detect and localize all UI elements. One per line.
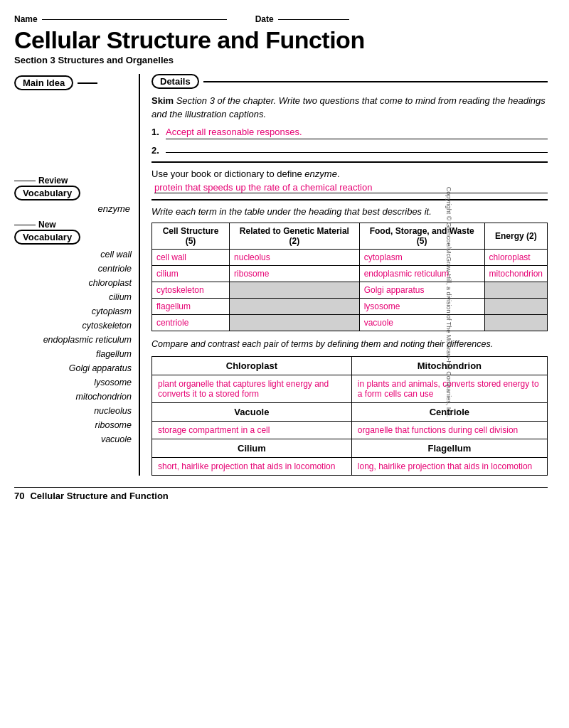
vocab-table: Cell Structure (5)Related to Genetic Mat…: [151, 223, 548, 331]
vocab-table-cell: nucleolus: [230, 249, 360, 265]
vocab-term-item: cilium: [14, 290, 132, 304]
vocab-table-cell: [230, 298, 360, 314]
details-area: Details: [151, 74, 548, 89]
vocab-table-cell: [230, 314, 360, 331]
main-idea-line: [78, 82, 97, 84]
vocab-term-item: lysosome: [14, 375, 132, 390]
review-bubble: Vocabulary: [14, 186, 139, 200]
review-vocab-bubble: Vocabulary: [14, 186, 80, 200]
vocab-table-cell: cilium: [152, 265, 230, 282]
vocab-table-cell: mitochondrion: [484, 265, 547, 282]
copyright: Copyright © Glencoe/McGraw-Hill, a divis…: [446, 187, 453, 418]
vocab-term-item: chloroplast: [14, 276, 132, 290]
date-label: Date: [255, 14, 274, 24]
details-line: [203, 81, 548, 82]
enzyme-definition: protein that speeds up the rate of a che…: [154, 182, 548, 193]
item1-num: 1.: [151, 127, 163, 137]
vocab-table-cell: cytoskeleton: [152, 282, 230, 298]
vocab-term-item: cytoskeleton: [14, 318, 132, 333]
date-field: Date: [255, 14, 349, 24]
review-instruction: Use your book or dictionary to define en…: [151, 168, 548, 179]
vocab-table-header: Related to Genetic Material (2): [230, 223, 360, 249]
vocab-table-cell: lysosome: [359, 298, 484, 314]
subtitle: Section 3 Structures and Organelles: [14, 55, 548, 65]
vocab-table-cell: [484, 298, 547, 314]
enzyme-row: protein that speeds up the rate of a che…: [151, 182, 548, 193]
vocab-table-header: Cell Structure (5): [152, 223, 230, 249]
vocab-table-cell: vacuole: [359, 314, 484, 331]
compare-def-cell: organelle that functions during cell div…: [351, 422, 547, 439]
review-vocab-area: Review Vocabulary: [14, 176, 139, 200]
vocab-table-cell: [484, 314, 547, 331]
vocab-table-cell: chloroplast: [484, 249, 547, 265]
compare-def-cell: short, hairlike projection that aids in …: [152, 458, 352, 476]
review-line-left: [14, 181, 36, 181]
vocab-table-cell: [230, 282, 360, 298]
compare-def-cell: plant organelle that captures light ener…: [152, 375, 352, 403]
details-label: Details: [151, 74, 199, 89]
item2-num: 2.: [151, 145, 163, 156]
skim-item-1: 1. Accept all reasonable responses.: [151, 127, 548, 139]
compare-term-header: Flagellum: [351, 439, 547, 458]
vocab-term-list: cell wallcentriolechloroplastciliumcytop…: [14, 247, 139, 446]
date-line: [278, 19, 349, 20]
new-line-left: [14, 225, 36, 225]
page-number: 70: [14, 491, 24, 501]
vocab-table-cell: cytoplasm: [359, 249, 484, 265]
compare-term-header: Chloroplast: [152, 357, 352, 375]
review-label-row: Review: [14, 176, 139, 186]
vocab-table-cell: endoplasmic reticulum: [359, 265, 484, 282]
compare-def-cell: storage compartment in a cell: [152, 422, 352, 439]
vocab-term-item: ribosome: [14, 418, 132, 432]
new-vocab-instruction: Write each term in the table under the h…: [151, 206, 548, 217]
new-text: New: [38, 220, 56, 230]
right-column: Details Skim Section 3 of the chapter. W…: [139, 74, 548, 476]
page-title: Cellular Structure and Function: [14, 27, 548, 53]
compare-instruction: Compare and contrast each pair of terms …: [151, 338, 548, 351]
left-column: Main Idea Review Vocabulary enzyme New V…: [14, 74, 139, 476]
vocab-table-cell: ribosome: [230, 265, 360, 282]
vocab-term-item: Golgi apparatus: [14, 361, 132, 375]
review-text: Review: [38, 176, 68, 186]
skim-item-2: 2.: [151, 145, 548, 156]
new-vocab-bubble: Vocabulary: [14, 230, 139, 245]
footer-title: Cellular Structure and Function: [30, 491, 168, 501]
spacer-1: [14, 90, 139, 176]
compare-term-header: Vacuole: [152, 403, 352, 422]
footer: 70 Cellular Structure and Function: [14, 487, 548, 501]
vocab-term-item: flagellum: [14, 347, 132, 361]
vocab-table-cell: centriole: [152, 314, 230, 331]
vocab-table-cell: Golgi apparatus: [359, 282, 484, 298]
compare-def-cell: long, hairlike projection that aids in l…: [351, 458, 547, 476]
skim-instruction: Skim Section 3 of the chapter. Write two…: [151, 95, 548, 120]
vocab-term-item: centriole: [14, 262, 132, 276]
vocab-term-item: cytoplasm: [14, 304, 132, 318]
main-idea-area: Main Idea: [14, 74, 139, 90]
divider-1: [151, 161, 548, 163]
vocab-table-cell: cell wall: [152, 249, 230, 265]
vocab-term-item: mitochondrion: [14, 390, 132, 404]
new-label-row: New: [14, 220, 139, 230]
header: Name Date: [14, 14, 548, 24]
divider-2: [151, 199, 548, 200]
item2-line: [166, 152, 548, 153]
vocab-term-item: nucleolus: [14, 404, 132, 418]
name-label: Name: [14, 14, 38, 24]
main-idea-label: Main Idea: [14, 75, 73, 90]
vocab-table-header: Food, Storage, and Waste (5): [359, 223, 484, 249]
new-vocab-area: New Vocabulary: [14, 220, 139, 245]
vocab-term-item: vacuole: [14, 432, 132, 446]
name-line: [42, 19, 227, 20]
vocab-table-cell: flagellum: [152, 298, 230, 314]
vocab-table-cell: [484, 282, 547, 298]
vocab-table-header: Energy (2): [484, 223, 547, 249]
item1-answer: Accept all reasonable responses.: [166, 127, 548, 139]
enzyme-term: enzyme: [14, 203, 139, 214]
name-field: Name: [14, 14, 227, 24]
vocab-term-item: endoplasmic reticulum: [14, 333, 132, 347]
vocab-term-item: cell wall: [14, 247, 132, 262]
compare-term-header: Cilium: [152, 439, 352, 458]
main-layout: Main Idea Review Vocabulary enzyme New V…: [14, 74, 548, 476]
compare-table: ChloroplastMitochondrionplant organelle …: [151, 356, 548, 476]
new-vocab-label: Vocabulary: [14, 230, 80, 245]
